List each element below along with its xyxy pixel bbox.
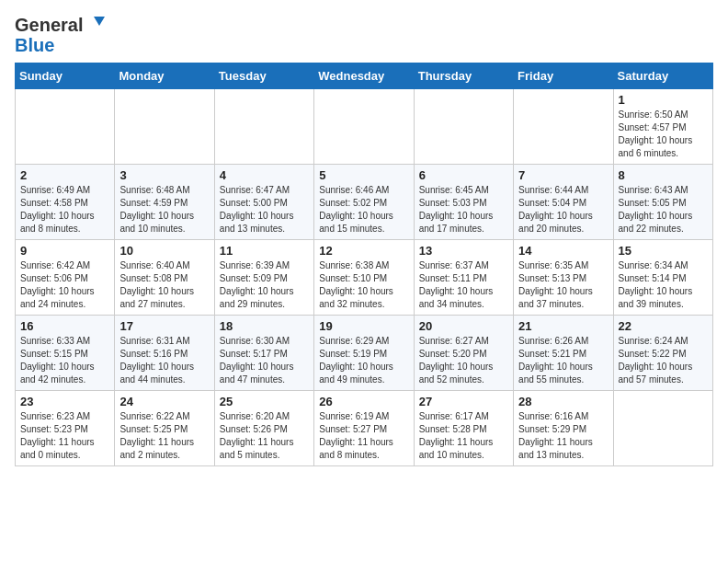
day-info: Sunrise: 6:44 AMSunset: 5:04 PMDaylight:… [518, 184, 608, 236]
calendar-body: 1Sunrise: 6:50 AMSunset: 4:57 PMDaylight… [16, 89, 713, 466]
calendar-cell: 22Sunrise: 6:24 AMSunset: 5:22 PMDayligh… [613, 316, 712, 391]
day-info: Sunrise: 6:17 AMSunset: 5:28 PMDaylight:… [419, 410, 508, 462]
calendar-cell: 18Sunrise: 6:30 AMSunset: 5:17 PMDayligh… [214, 316, 313, 391]
day-number: 2 [20, 168, 109, 182]
day-info: Sunrise: 6:40 AMSunset: 5:08 PMDaylight:… [119, 259, 209, 311]
calendar-cell: 4Sunrise: 6:47 AMSunset: 5:00 PMDaylight… [214, 165, 313, 240]
calendar-cell [214, 89, 313, 165]
calendar-cell: 11Sunrise: 6:39 AMSunset: 5:09 PMDayligh… [214, 240, 313, 316]
calendar-cell: 12Sunrise: 6:38 AMSunset: 5:10 PMDayligh… [314, 240, 414, 316]
day-info: Sunrise: 6:19 AMSunset: 5:27 PMDaylight:… [319, 410, 408, 462]
day-number: 19 [319, 319, 408, 333]
day-info: Sunrise: 6:48 AMSunset: 4:59 PMDaylight:… [119, 184, 209, 236]
weekday-header-sunday: Sunday [16, 63, 115, 89]
day-number: 18 [220, 319, 309, 333]
day-number: 22 [619, 319, 708, 333]
calendar-cell: 24Sunrise: 6:22 AMSunset: 5:25 PMDayligh… [115, 391, 214, 466]
header: General Blue [15, 15, 713, 55]
calendar-cell: 23Sunrise: 6:23 AMSunset: 5:23 PMDayligh… [16, 391, 115, 466]
day-number: 5 [319, 168, 408, 182]
day-info: Sunrise: 6:43 AMSunset: 5:05 PMDaylight:… [619, 184, 708, 236]
day-number: 15 [619, 244, 708, 258]
calendar-cell: 28Sunrise: 6:16 AMSunset: 5:29 PMDayligh… [514, 391, 613, 466]
day-info: Sunrise: 6:50 AMSunset: 4:57 PMDaylight:… [619, 109, 708, 160]
day-info: Sunrise: 6:30 AMSunset: 5:17 PMDaylight:… [220, 335, 309, 386]
day-number: 28 [518, 395, 608, 408]
calendar-cell: 26Sunrise: 6:19 AMSunset: 5:27 PMDayligh… [314, 391, 414, 466]
calendar-cell [314, 89, 414, 165]
day-info: Sunrise: 6:24 AMSunset: 5:22 PMDaylight:… [619, 335, 708, 386]
day-number: 20 [419, 319, 508, 333]
calendar-cell: 25Sunrise: 6:20 AMSunset: 5:26 PMDayligh… [214, 391, 313, 466]
day-info: Sunrise: 6:49 AMSunset: 4:58 PMDaylight:… [20, 184, 109, 236]
day-number: 1 [619, 93, 708, 107]
calendar-cell: 27Sunrise: 6:17 AMSunset: 5:28 PMDayligh… [414, 391, 513, 466]
logo-text: General Blue [15, 15, 105, 55]
day-info: Sunrise: 6:29 AMSunset: 5:19 PMDaylight:… [319, 335, 408, 386]
day-number: 23 [20, 395, 109, 408]
day-number: 13 [419, 244, 508, 258]
day-info: Sunrise: 6:31 AMSunset: 5:16 PMDaylight:… [119, 335, 209, 386]
calendar-header: SundayMondayTuesdayWednesdayThursdayFrid… [16, 63, 713, 89]
calendar-cell: 20Sunrise: 6:27 AMSunset: 5:20 PMDayligh… [414, 316, 513, 391]
weekday-header-thursday: Thursday [414, 63, 513, 89]
day-info: Sunrise: 6:20 AMSunset: 5:26 PMDaylight:… [220, 410, 309, 462]
day-number: 6 [419, 168, 508, 182]
day-number: 26 [319, 395, 408, 408]
calendar-cell [514, 89, 613, 165]
logo-general: General [15, 15, 83, 35]
day-info: Sunrise: 6:46 AMSunset: 5:02 PMDaylight:… [319, 184, 408, 236]
day-info: Sunrise: 6:47 AMSunset: 5:00 PMDaylight:… [220, 184, 309, 236]
day-info: Sunrise: 6:23 AMSunset: 5:23 PMDaylight:… [20, 410, 109, 462]
weekday-header-saturday: Saturday [613, 63, 712, 89]
day-info: Sunrise: 6:26 AMSunset: 5:21 PMDaylight:… [518, 335, 608, 386]
weekday-header-monday: Monday [115, 63, 214, 89]
day-info: Sunrise: 6:39 AMSunset: 5:09 PMDaylight:… [220, 259, 309, 311]
logo-blue: Blue [15, 35, 54, 55]
day-number: 21 [518, 319, 608, 333]
calendar-cell: 9Sunrise: 6:42 AMSunset: 5:06 PMDaylight… [16, 240, 115, 316]
logo: General Blue [15, 15, 105, 55]
day-number: 7 [518, 168, 608, 182]
week-row-4: 16Sunrise: 6:33 AMSunset: 5:15 PMDayligh… [16, 316, 713, 391]
calendar-cell: 16Sunrise: 6:33 AMSunset: 5:15 PMDayligh… [16, 316, 115, 391]
calendar-cell: 5Sunrise: 6:46 AMSunset: 5:02 PMDaylight… [314, 165, 414, 240]
calendar-cell [16, 89, 115, 165]
week-row-2: 2Sunrise: 6:49 AMSunset: 4:58 PMDaylight… [16, 165, 713, 240]
calendar-cell: 3Sunrise: 6:48 AMSunset: 4:59 PMDaylight… [115, 165, 214, 240]
calendar-cell: 10Sunrise: 6:40 AMSunset: 5:08 PMDayligh… [115, 240, 214, 316]
day-number: 10 [119, 244, 209, 258]
logo-arrow-icon [85, 15, 105, 35]
calendar: SundayMondayTuesdayWednesdayThursdayFrid… [15, 63, 713, 466]
day-info: Sunrise: 6:33 AMSunset: 5:15 PMDaylight:… [20, 335, 109, 386]
day-info: Sunrise: 6:37 AMSunset: 5:11 PMDaylight:… [419, 259, 508, 311]
day-info: Sunrise: 6:42 AMSunset: 5:06 PMDaylight:… [20, 259, 109, 311]
day-info: Sunrise: 6:27 AMSunset: 5:20 PMDaylight:… [419, 335, 508, 386]
day-info: Sunrise: 6:22 AMSunset: 5:25 PMDaylight:… [119, 410, 209, 462]
day-info: Sunrise: 6:34 AMSunset: 5:14 PMDaylight:… [619, 259, 708, 311]
day-number: 16 [20, 319, 109, 333]
week-row-1: 1Sunrise: 6:50 AMSunset: 4:57 PMDaylight… [16, 89, 713, 165]
day-number: 8 [619, 168, 708, 182]
calendar-cell: 21Sunrise: 6:26 AMSunset: 5:21 PMDayligh… [514, 316, 613, 391]
day-number: 12 [319, 244, 408, 258]
day-number: 24 [119, 395, 209, 408]
week-row-5: 23Sunrise: 6:23 AMSunset: 5:23 PMDayligh… [16, 391, 713, 466]
day-info: Sunrise: 6:38 AMSunset: 5:10 PMDaylight:… [319, 259, 408, 311]
calendar-cell [613, 391, 712, 466]
svg-marker-0 [94, 17, 105, 26]
calendar-cell: 13Sunrise: 6:37 AMSunset: 5:11 PMDayligh… [414, 240, 513, 316]
day-number: 14 [518, 244, 608, 258]
calendar-cell: 19Sunrise: 6:29 AMSunset: 5:19 PMDayligh… [314, 316, 414, 391]
calendar-cell: 8Sunrise: 6:43 AMSunset: 5:05 PMDaylight… [613, 165, 712, 240]
day-number: 17 [119, 319, 209, 333]
day-info: Sunrise: 6:35 AMSunset: 5:13 PMDaylight:… [518, 259, 608, 311]
day-number: 27 [419, 395, 508, 408]
calendar-cell: 6Sunrise: 6:45 AMSunset: 5:03 PMDaylight… [414, 165, 513, 240]
calendar-cell [414, 89, 513, 165]
calendar-cell [115, 89, 214, 165]
day-number: 25 [220, 395, 309, 408]
calendar-cell: 7Sunrise: 6:44 AMSunset: 5:04 PMDaylight… [514, 165, 613, 240]
day-number: 11 [220, 244, 309, 258]
day-number: 9 [20, 244, 109, 258]
